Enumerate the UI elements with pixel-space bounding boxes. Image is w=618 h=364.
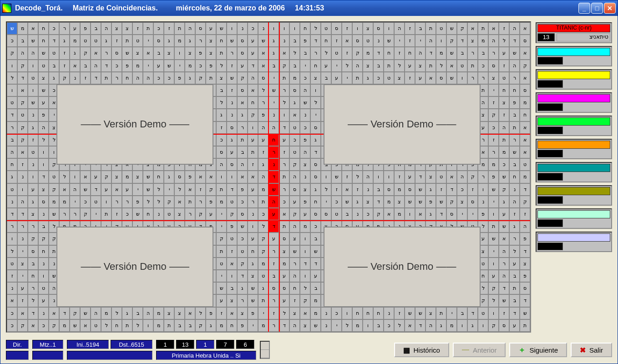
matrix-cell[interactable]: ת <box>122 319 132 332</box>
matrix-cell[interactable]: נ <box>248 208 258 220</box>
matrix-cell[interactable]: ש <box>49 208 59 220</box>
matrix-cell[interactable]: ג <box>310 134 321 146</box>
matrix-cell[interactable]: ה <box>268 121 279 134</box>
matrix-cell[interactable]: ר <box>195 196 206 208</box>
matrix-cell[interactable]: מ <box>132 60 143 72</box>
matrix-cell[interactable]: ח <box>289 282 300 294</box>
matrix-cell[interactable]: ע <box>248 35 258 47</box>
matrix-cell[interactable]: ר <box>488 146 499 158</box>
matrix-cell[interactable]: ט <box>227 233 237 245</box>
matrix-cell[interactable]: מ <box>436 47 446 59</box>
matrix-cell[interactable]: מ <box>478 35 488 47</box>
matrix-cell[interactable]: ו <box>38 270 49 282</box>
matrix-cell[interactable]: י <box>174 60 185 72</box>
matrix-cell[interactable]: ת <box>216 47 227 59</box>
matrix-cell[interactable]: ג <box>216 109 227 121</box>
matrix-cell[interactable]: ק <box>195 72 206 84</box>
matrix-cell[interactable]: ק <box>520 60 530 72</box>
matrix-cell[interactable]: א <box>499 233 509 245</box>
matrix-cell[interactable]: ר <box>28 282 38 294</box>
matrix-cell[interactable]: ע <box>268 233 279 245</box>
matrix-cell[interactable]: פ <box>185 171 195 183</box>
matrix-cell[interactable]: ת <box>143 22 153 35</box>
matrix-cell[interactable]: ז <box>7 270 17 282</box>
matrix-cell[interactable]: א <box>520 146 530 158</box>
matrix-cell[interactable]: ק <box>17 96 28 109</box>
matrix-cell[interactable]: ת <box>509 121 520 134</box>
matrix-cell[interactable]: א <box>467 22 478 35</box>
matrix-cell[interactable]: ת <box>248 146 258 158</box>
matrix-cell[interactable]: מ <box>216 196 227 208</box>
matrix-cell[interactable]: ת <box>185 196 195 208</box>
matrix-cell[interactable]: ס <box>520 282 530 294</box>
matrix-cell[interactable]: כ <box>7 319 17 332</box>
matrix-cell[interactable]: ה <box>499 245 509 258</box>
matrix-cell[interactable]: נ <box>38 258 49 270</box>
matrix-cell[interactable]: צ <box>174 307 185 319</box>
matrix-cell[interactable]: צ <box>111 171 122 183</box>
matrix-cell[interactable]: ח <box>499 84 509 96</box>
matrix-cell[interactable]: ש <box>248 282 258 294</box>
matrix-cell[interactable]: ס <box>499 319 509 332</box>
matrix-cell[interactable]: ס <box>279 282 289 294</box>
matrix-cell[interactable]: א <box>446 171 457 183</box>
matrix-cell[interactable]: א <box>91 47 101 59</box>
matrix-cell[interactable]: ד <box>415 171 426 183</box>
matrix-cell[interactable]: צ <box>467 35 478 47</box>
matrix-cell[interactable]: ע <box>405 171 415 183</box>
matrix-cell[interactable]: ש <box>488 233 499 245</box>
matrix-cell[interactable]: ט <box>363 35 373 47</box>
matrix-cell[interactable]: ט <box>28 72 38 84</box>
matrix-cell[interactable]: ס <box>258 72 268 84</box>
matrix-cell[interactable]: נ <box>352 208 363 220</box>
matrix-cell[interactable]: ל <box>153 196 164 208</box>
matrix-cell[interactable]: ר <box>279 158 289 171</box>
matrix-cell[interactable]: פ <box>520 270 530 282</box>
matrix-cell[interactable]: ש <box>80 307 91 319</box>
matrix-cell[interactable]: ע <box>248 233 258 245</box>
matrix-cell[interactable]: ט <box>132 35 143 47</box>
matrix-cell[interactable]: צ <box>38 72 49 84</box>
matrix-cell[interactable]: ס <box>153 35 164 47</box>
matrix-cell[interactable]: ע <box>153 60 164 72</box>
matrix-cell[interactable]: ט <box>499 72 509 84</box>
matrix-cell[interactable]: ד <box>227 183 237 196</box>
matrix-cell[interactable]: ב <box>509 270 520 282</box>
matrix-cell[interactable]: ב <box>373 319 384 332</box>
matrix-cell[interactable]: ז <box>499 22 509 35</box>
matrix-cell[interactable]: ח <box>384 47 394 59</box>
matrix-cell[interactable]: ז <box>499 60 509 72</box>
matrix-cell[interactable]: ש <box>216 22 227 35</box>
matrix-cell[interactable]: ט <box>321 22 331 35</box>
search-slot[interactable] <box>536 162 612 182</box>
matrix-cell[interactable]: ס <box>279 233 289 245</box>
matrix-cell[interactable]: מ <box>384 196 394 208</box>
matrix-cell[interactable]: נ <box>38 307 49 319</box>
matrix-cell[interactable]: י <box>488 84 499 96</box>
matrix-cell[interactable]: ק <box>352 47 363 59</box>
matrix-cell[interactable]: ק <box>289 208 300 220</box>
matrix-cell[interactable]: כ <box>258 208 268 220</box>
matrix-cell[interactable]: פ <box>122 60 132 72</box>
matrix-cell[interactable]: ד <box>7 208 17 220</box>
matrix-cell[interactable]: ו <box>28 84 38 96</box>
matrix-cell[interactable]: ת <box>499 134 509 146</box>
matrix-cell[interactable]: ת <box>384 60 394 72</box>
matrix-cell[interactable]: א <box>237 96 248 109</box>
matrix-cell[interactable]: ל <box>59 171 70 183</box>
matrix-cell[interactable]: ת <box>164 319 174 332</box>
matrix-cell[interactable]: ו <box>38 146 49 158</box>
matrix-cell[interactable]: פ <box>300 35 310 47</box>
matrix-cell[interactable]: ד <box>373 196 384 208</box>
matrix-cell[interactable]: ז <box>279 146 289 158</box>
matrix-cell[interactable]: ט <box>49 171 59 183</box>
matrix-cell[interactable]: מ <box>59 196 70 208</box>
matrix-cell[interactable]: ו <box>488 208 499 220</box>
matrix-cell[interactable]: מ <box>258 183 268 196</box>
matrix-cell[interactable]: א <box>195 171 206 183</box>
matrix-cell[interactable]: ד <box>373 47 384 59</box>
matrix-cell[interactable]: ז <box>216 307 227 319</box>
matrix-cell[interactable]: א <box>520 134 530 146</box>
matrix-cell[interactable]: ע <box>331 72 342 84</box>
matrix-cell[interactable]: נ <box>279 35 289 47</box>
